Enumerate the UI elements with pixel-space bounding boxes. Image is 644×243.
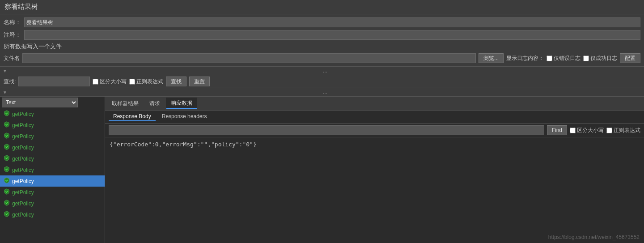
shield-icon — [4, 121, 10, 129]
response-case-text: 区分大小写 — [577, 127, 604, 134]
shield-icon — [4, 177, 10, 185]
tree-item-5[interactable]: getPolicy — [0, 164, 105, 175]
tree-item-label-9: getPolicy — [12, 212, 34, 218]
tab-sampler-result[interactable]: 取样器结果 — [107, 98, 144, 109]
only-error-checkbox-label[interactable]: 仅错误日志 — [547, 55, 580, 62]
tab-response-data[interactable]: 响应数据 — [166, 98, 197, 109]
right-panel: 取样器结果 请求 响应数据 Response Body Response hea… — [105, 97, 644, 243]
response-regex-text: 正则表达式 — [614, 127, 640, 134]
shield-icon — [4, 144, 10, 151]
browse-button[interactable]: 浏览... — [479, 53, 504, 63]
name-row: 名称： — [4, 16, 640, 29]
title-bar: 察看结果树 — [0, 0, 644, 14]
tree-item-label-4: getPolicy — [12, 156, 34, 162]
tabs-bar: 取样器结果 请求 响应数据 — [105, 97, 644, 111]
tree-item-label-5: getPolicy — [12, 167, 34, 173]
regex-label: 正则表达式 — [136, 78, 163, 85]
show-log-label: 显示日志内容： — [506, 55, 544, 62]
tree-item-7[interactable]: getPolicy — [0, 187, 105, 198]
dots-1: ... — [323, 68, 327, 74]
response-body: {"errorCode":0,"errorMsg":"","policy":"0… — [105, 137, 644, 243]
all-data-row: 所有数据写入一个文件 — [4, 41, 640, 52]
sub-tabs-bar: Response Body Response headers — [105, 111, 644, 124]
dots-2: ... — [323, 89, 327, 95]
left-panel-header: Text JSON XML HTML Rendered — [0, 97, 105, 108]
shield-icon — [4, 155, 10, 162]
config-button[interactable]: 配置 — [620, 53, 640, 63]
search-section: 查找: 区分大小写 正则表达式 查找 重置 — [0, 75, 644, 88]
tree-item-label-8: getPolicy — [12, 200, 34, 207]
search-label: 查找: — [4, 78, 16, 85]
case-checkbox-label[interactable]: 区分大小写 — [93, 78, 127, 85]
shield-icon — [4, 188, 10, 196]
comment-row: 注释： — [4, 29, 640, 41]
collapse-bar-1[interactable]: ▼ ... — [0, 67, 644, 75]
response-find-button[interactable]: Find — [547, 125, 567, 135]
comment-input[interactable] — [24, 30, 640, 40]
filename-label: 文件名 — [4, 55, 20, 62]
tree-item-9[interactable]: getPolicy — [0, 209, 105, 220]
only-error-label: 仅错误日志 — [554, 55, 580, 62]
only-success-checkbox-label[interactable]: 仅成功日志 — [583, 55, 617, 62]
tree-item-label-1: getPolicy — [12, 122, 34, 128]
sub-tab-response-body[interactable]: Response Body — [109, 112, 156, 121]
tree-item-1[interactable]: getPolicy — [0, 119, 105, 131]
response-search-input[interactable] — [109, 125, 544, 135]
response-regex-label[interactable]: 正则表达式 — [606, 127, 640, 134]
tree-item-3[interactable]: getPolicy — [0, 142, 105, 153]
response-case-checkbox[interactable] — [570, 128, 576, 133]
left-panel: Text JSON XML HTML Rendered getPolicy ge… — [0, 97, 105, 243]
tab-request[interactable]: 请求 — [144, 98, 165, 109]
case-checkbox[interactable] — [93, 79, 98, 85]
page-title: 察看结果树 — [4, 3, 38, 10]
type-select[interactable]: Text JSON XML HTML Rendered — [2, 98, 78, 107]
sub-tab-response-headers[interactable]: Response headers — [157, 112, 212, 121]
response-search-bar: Find 区分大小写 正则表达式 — [105, 124, 644, 137]
tree-item-4[interactable]: getPolicy — [0, 153, 105, 164]
filename-input[interactable] — [22, 53, 476, 63]
response-body-text: {"errorCode":0,"errorMsg":"","policy":"0… — [110, 141, 257, 148]
shield-icon — [4, 200, 10, 207]
only-success-checkbox[interactable] — [583, 55, 589, 61]
comment-label: 注释： — [4, 31, 21, 39]
tree-item-6[interactable]: getPolicy — [0, 175, 105, 187]
tree-item-label-3: getPolicy — [12, 145, 34, 151]
tree-item-label-2: getPolicy — [12, 133, 34, 140]
shield-icon — [4, 166, 10, 174]
collapse-bar-2[interactable]: ▼ ... — [0, 88, 644, 97]
collapse-icon-1: ▼ — [3, 68, 7, 73]
response-case-label[interactable]: 区分大小写 — [570, 127, 604, 134]
main-content: Text JSON XML HTML Rendered getPolicy ge… — [0, 97, 644, 243]
case-label: 区分大小写 — [100, 78, 127, 85]
all-data-label: 所有数据写入一个文件 — [4, 43, 62, 51]
shield-icon — [4, 110, 10, 118]
response-regex-checkbox[interactable] — [606, 128, 612, 133]
name-label: 名称： — [4, 18, 21, 26]
search-input[interactable] — [18, 77, 90, 86]
tree-item-label-7: getPolicy — [12, 189, 34, 196]
shield-icon — [4, 132, 10, 140]
tree-item-0[interactable]: getPolicy — [0, 108, 105, 119]
shield-icon — [4, 211, 10, 218]
name-input[interactable] — [24, 17, 640, 27]
tree-item-label-0: getPolicy — [12, 111, 34, 117]
regex-checkbox[interactable] — [129, 79, 135, 85]
collapse-icon-2: ▼ — [3, 90, 7, 95]
form-section: 名称： 注释： 所有数据写入一个文件 文件名 浏览... 显示日志内容： 仅错误… — [0, 14, 644, 67]
only-success-label: 仅成功日志 — [590, 55, 617, 62]
watermark: https://blog.csdn.net/weixin_45673552 — [548, 234, 640, 240]
tree-item-2[interactable]: getPolicy — [0, 131, 105, 142]
tree-item-8[interactable]: getPolicy — [0, 198, 105, 209]
tree-item-label-6: getPolicy — [12, 178, 34, 184]
only-error-checkbox[interactable] — [547, 55, 552, 61]
tree-list: getPolicy getPolicy getPolicy getPolicy … — [0, 108, 105, 220]
find-button[interactable]: 查找 — [166, 77, 186, 86]
reset-button[interactable]: 重置 — [189, 77, 210, 86]
file-row: 文件名 浏览... 显示日志内容： 仅错误日志 仅成功日志 配置 — [4, 52, 640, 64]
regex-checkbox-label[interactable]: 正则表达式 — [129, 78, 163, 85]
